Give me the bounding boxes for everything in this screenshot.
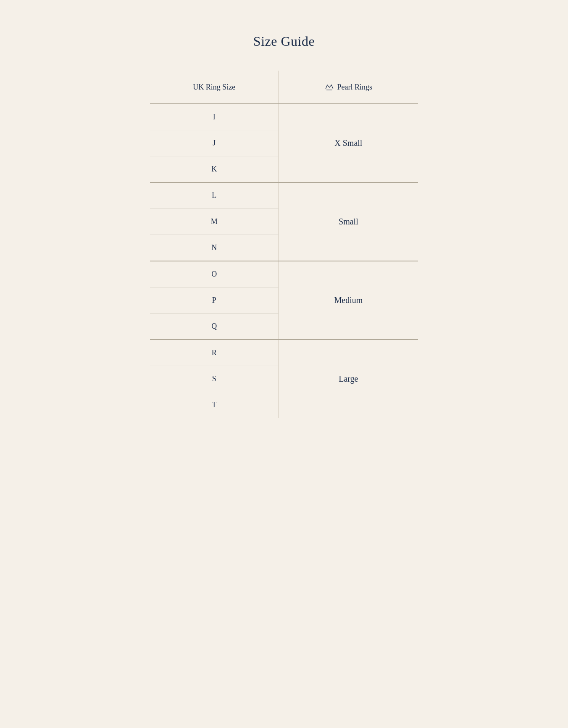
table-row: RLarge [150,340,418,366]
uk-size-cell: J [150,130,279,156]
brand-icon [325,82,334,92]
uk-size-cell: M [150,209,279,235]
table-body: IX SmallJKLSmallMNOMediumPQRLargeST [150,104,418,418]
uk-size-cell: N [150,235,279,261]
size-table: UK Ring Size Pearl Ring [150,70,418,418]
uk-size-cell: S [150,366,279,392]
uk-size-cell: T [150,392,279,418]
size-guide-table-wrapper: UK Ring Size Pearl Ring [150,70,418,418]
table-row: OMedium [150,261,418,288]
pearl-size-cell: X Small [279,104,418,182]
table-row: IX Small [150,104,418,130]
pearl-rings-header: Pearl Rings [279,71,418,104]
uk-size-cell: Q [150,314,279,340]
uk-size-cell: P [150,288,279,314]
uk-size-cell: R [150,340,279,366]
pearl-size-cell: Medium [279,261,418,340]
uk-size-cell: K [150,156,279,183]
table-row: LSmall [150,182,418,209]
uk-size-cell: I [150,104,279,130]
pearl-rings-label: Pearl Rings [337,83,373,92]
uk-ring-size-header: UK Ring Size [150,71,279,104]
pearl-size-cell: Small [279,182,418,261]
pearl-size-cell: Large [279,340,418,418]
table-header-row: UK Ring Size Pearl Ring [150,71,418,104]
uk-size-cell: L [150,182,279,209]
page-title: Size Guide [253,34,315,49]
pearl-header-content: Pearl Rings [287,82,410,92]
uk-size-cell: O [150,261,279,288]
